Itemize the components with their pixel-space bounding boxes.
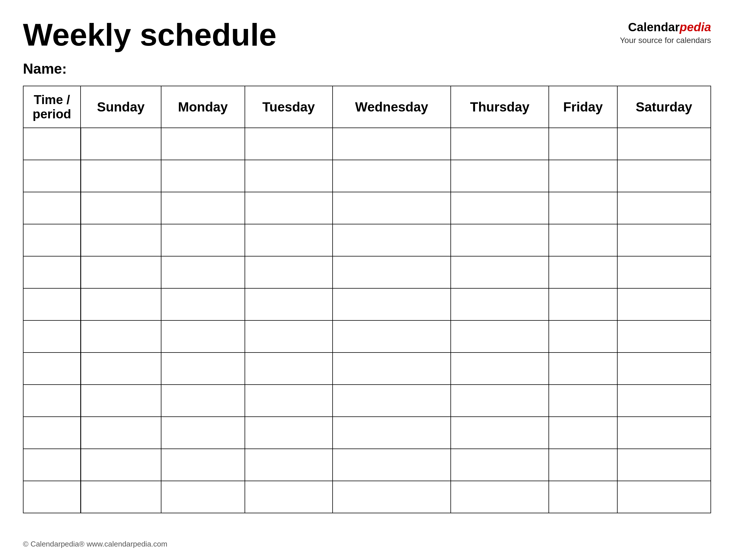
schedule-cell[interactable] xyxy=(161,128,245,160)
schedule-cell[interactable] xyxy=(451,128,549,160)
schedule-cell[interactable] xyxy=(81,320,161,353)
schedule-cell[interactable] xyxy=(81,353,161,385)
logo-tagline: Your source for calendars xyxy=(620,36,711,45)
schedule-cell[interactable] xyxy=(81,256,161,288)
time-cell[interactable] xyxy=(23,320,81,353)
schedule-cell[interactable] xyxy=(332,417,451,449)
schedule-cell[interactable] xyxy=(245,320,332,353)
time-cell[interactable] xyxy=(23,481,81,513)
schedule-cell[interactable] xyxy=(161,481,245,513)
time-cell[interactable] xyxy=(23,160,81,192)
schedule-cell[interactable] xyxy=(451,224,549,256)
schedule-cell[interactable] xyxy=(332,320,451,353)
table-row xyxy=(23,481,711,513)
schedule-cell[interactable] xyxy=(245,128,332,160)
schedule-cell[interactable] xyxy=(617,449,711,481)
time-cell[interactable] xyxy=(23,353,81,385)
schedule-cell[interactable] xyxy=(549,385,617,417)
schedule-cell[interactable] xyxy=(451,160,549,192)
time-cell[interactable] xyxy=(23,192,81,224)
schedule-cell[interactable] xyxy=(451,417,549,449)
time-cell[interactable] xyxy=(23,256,81,288)
schedule-cell[interactable] xyxy=(332,192,451,224)
schedule-cell[interactable] xyxy=(332,288,451,320)
schedule-cell[interactable] xyxy=(81,417,161,449)
schedule-cell[interactable] xyxy=(245,224,332,256)
schedule-cell[interactable] xyxy=(81,449,161,481)
schedule-cell[interactable] xyxy=(617,160,711,192)
schedule-cell[interactable] xyxy=(245,192,332,224)
time-cell[interactable] xyxy=(23,128,81,160)
schedule-cell[interactable] xyxy=(617,353,711,385)
schedule-cell[interactable] xyxy=(245,256,332,288)
schedule-cell[interactable] xyxy=(451,288,549,320)
schedule-cell[interactable] xyxy=(451,481,549,513)
schedule-cell[interactable] xyxy=(332,481,451,513)
schedule-cell[interactable] xyxy=(81,160,161,192)
table-row xyxy=(23,417,711,449)
schedule-cell[interactable] xyxy=(549,481,617,513)
time-cell[interactable] xyxy=(23,224,81,256)
schedule-cell[interactable] xyxy=(245,417,332,449)
schedule-cell[interactable] xyxy=(549,256,617,288)
schedule-cell[interactable] xyxy=(617,224,711,256)
schedule-cell[interactable] xyxy=(332,353,451,385)
schedule-cell[interactable] xyxy=(549,353,617,385)
schedule-cell[interactable] xyxy=(245,385,332,417)
schedule-cell[interactable] xyxy=(617,288,711,320)
schedule-cell[interactable] xyxy=(161,417,245,449)
schedule-cell[interactable] xyxy=(451,192,549,224)
schedule-cell[interactable] xyxy=(245,288,332,320)
schedule-cell[interactable] xyxy=(161,353,245,385)
schedule-cell[interactable] xyxy=(549,160,617,192)
schedule-cell[interactable] xyxy=(617,192,711,224)
schedule-cell[interactable] xyxy=(332,449,451,481)
schedule-cell[interactable] xyxy=(81,224,161,256)
schedule-cell[interactable] xyxy=(161,449,245,481)
schedule-cell[interactable] xyxy=(332,256,451,288)
time-cell[interactable] xyxy=(23,449,81,481)
schedule-cell[interactable] xyxy=(451,320,549,353)
schedule-cell[interactable] xyxy=(549,449,617,481)
schedule-cell[interactable] xyxy=(332,224,451,256)
schedule-cell[interactable] xyxy=(332,385,451,417)
schedule-cell[interactable] xyxy=(617,128,711,160)
schedule-cell[interactable] xyxy=(81,288,161,320)
time-cell[interactable] xyxy=(23,417,81,449)
schedule-cell[interactable] xyxy=(549,192,617,224)
schedule-cell[interactable] xyxy=(245,353,332,385)
schedule-cell[interactable] xyxy=(549,224,617,256)
schedule-cell[interactable] xyxy=(81,385,161,417)
schedule-cell[interactable] xyxy=(161,224,245,256)
schedule-cell[interactable] xyxy=(161,288,245,320)
schedule-cell[interactable] xyxy=(161,192,245,224)
table-row xyxy=(23,288,711,320)
schedule-cell[interactable] xyxy=(451,256,549,288)
schedule-cell[interactable] xyxy=(617,256,711,288)
schedule-cell[interactable] xyxy=(245,449,332,481)
schedule-cell[interactable] xyxy=(451,385,549,417)
schedule-cell[interactable] xyxy=(245,160,332,192)
schedule-cell[interactable] xyxy=(81,128,161,160)
schedule-cell[interactable] xyxy=(549,320,617,353)
schedule-cell[interactable] xyxy=(332,128,451,160)
schedule-cell[interactable] xyxy=(617,417,711,449)
schedule-cell[interactable] xyxy=(81,192,161,224)
time-cell[interactable] xyxy=(23,385,81,417)
schedule-cell[interactable] xyxy=(617,320,711,353)
schedule-cell[interactable] xyxy=(332,160,451,192)
schedule-cell[interactable] xyxy=(161,256,245,288)
schedule-cell[interactable] xyxy=(161,385,245,417)
schedule-cell[interactable] xyxy=(617,481,711,513)
schedule-cell[interactable] xyxy=(81,481,161,513)
schedule-cell[interactable] xyxy=(549,417,617,449)
schedule-cell[interactable] xyxy=(245,481,332,513)
schedule-cell[interactable] xyxy=(549,288,617,320)
schedule-cell[interactable] xyxy=(617,385,711,417)
schedule-cell[interactable] xyxy=(549,128,617,160)
schedule-cell[interactable] xyxy=(161,320,245,353)
time-cell[interactable] xyxy=(23,288,81,320)
schedule-cell[interactable] xyxy=(451,449,549,481)
schedule-cell[interactable] xyxy=(161,160,245,192)
schedule-cell[interactable] xyxy=(451,353,549,385)
